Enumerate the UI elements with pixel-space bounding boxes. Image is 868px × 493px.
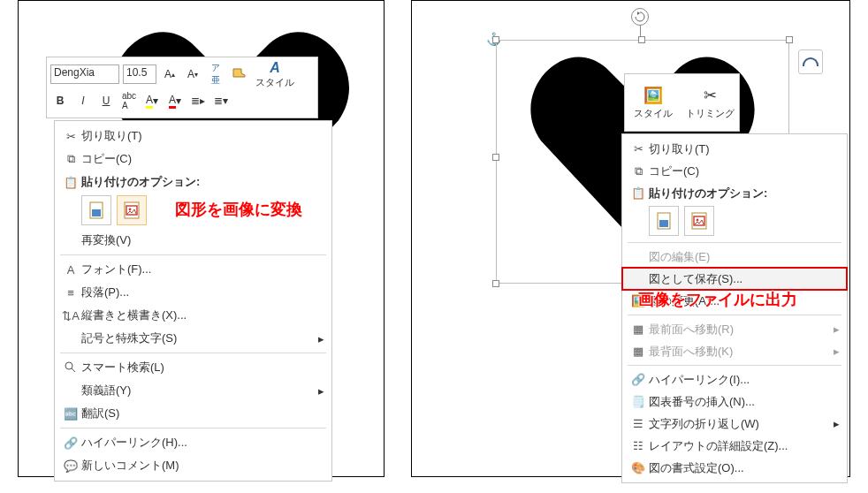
symbol-label: 記号と特殊文字(S) — [81, 330, 318, 346]
layout-dialog-item[interactable]: ☷ レイアウトの詳細設定(Z)... — [622, 435, 847, 457]
font-icon: A — [60, 263, 81, 277]
indent-button[interactable]: ≣▸ — [188, 91, 208, 110]
svg-point-5 — [65, 362, 72, 369]
search-icon — [60, 360, 81, 375]
paste-as-picture-button[interactable] — [117, 195, 147, 225]
cut-item[interactable]: ✂ 切り取り(T) — [55, 125, 331, 148]
edit-picture-label: 図の編集(E) — [649, 249, 840, 265]
right-screenshot: ⚓ 🖼️ スタイル ✂︎ トリミング ✂ 切り取り(T) ⧉ コピー — [411, 0, 850, 477]
format-icon: 🎨 — [628, 461, 649, 474]
resize-handle[interactable] — [492, 154, 499, 161]
paste-options-header: 📋 貼り付けのオプション: — [55, 171, 331, 193]
resize-handle[interactable] — [786, 36, 793, 43]
bring-front-icon: ▦ — [628, 322, 649, 336]
reconvert-label: 再変換(V) — [81, 232, 324, 248]
shrink-font-button[interactable]: A▾ — [183, 64, 202, 84]
mini-toolbar: DengXia 10.5 A▴ A▾ ア亜 A スタイル B I U abcA … — [46, 57, 318, 118]
grow-font-button[interactable]: A▴ — [160, 64, 179, 84]
font-name-input[interactable]: DengXia — [50, 64, 119, 84]
picture-style-label: スタイル — [634, 107, 673, 120]
copy-item[interactable]: ⧉ コピー(C) — [622, 160, 847, 182]
svg-rect-1 — [92, 209, 101, 216]
text-direction-label: 縦書きと横書き(X)... — [81, 307, 324, 323]
copy-icon: ⧉ — [60, 152, 81, 166]
send-back-label: 最背面へ移動(K) — [649, 344, 834, 360]
text-context-menu: ✂ 切り取り(T) ⧉ コピー(C) 📋 貼り付けのオプション: 再変換(V) … — [54, 120, 332, 482]
scissors-icon: ✂ — [628, 142, 649, 155]
link-icon: 🔗 — [60, 436, 81, 450]
font-size-input[interactable]: 10.5 — [123, 64, 156, 84]
copy-icon: ⧉ — [628, 164, 649, 178]
paste-options-row — [622, 204, 847, 239]
resize-handle[interactable] — [492, 280, 499, 287]
paste-keep-source-button[interactable] — [81, 195, 111, 225]
copy-item[interactable]: ⧉ コピー(C) — [55, 148, 331, 171]
format-picture-label: 図の書式設定(O)... — [649, 460, 840, 476]
bring-front-item: ▦ 最前面へ移動(R) ▸ — [622, 318, 847, 340]
smart-lookup-label: スマート検索(L) — [81, 360, 324, 375]
resize-handle[interactable] — [638, 36, 645, 43]
format-picture-item[interactable]: 🎨 図の書式設定(O)... — [622, 457, 847, 479]
reconvert-item[interactable]: 再変換(V) — [55, 229, 331, 252]
paragraph-dialog-item[interactable]: ≡ 段落(P)... — [55, 281, 331, 304]
font-dialog-label: フォント(F)... — [81, 262, 324, 277]
submenu-chevron-icon: ▸ — [318, 332, 324, 345]
submenu-chevron-icon: ▸ — [834, 345, 840, 358]
phonetic-button[interactable]: ア亜 — [206, 64, 225, 84]
ruby-button[interactable]: abcA — [119, 91, 139, 110]
paste-options-header: 📋 貼り付けのオプション: — [622, 182, 847, 204]
rotate-handle[interactable] — [631, 8, 649, 26]
callout-save-image: 画像をファイルに出力 — [638, 289, 797, 310]
cut-label: 切り取り(T) — [81, 128, 324, 144]
paste-options-label: 貼り付けのオプション: — [649, 186, 840, 201]
thesaurus-item[interactable]: 類義語(Y) ▸ — [55, 379, 331, 402]
layout-options-button[interactable] — [798, 49, 823, 74]
paste-icon: 📋 — [628, 186, 649, 200]
thesaurus-label: 類義語(Y) — [81, 383, 318, 398]
hyperlink-item[interactable]: 🔗 ハイパーリンク(I)... — [622, 368, 847, 391]
font-dialog-item[interactable]: A フォント(F)... — [55, 258, 331, 281]
save-as-picture-item[interactable]: 図として保存(S)... — [622, 268, 847, 290]
crop-icon: ✂︎ — [704, 86, 717, 105]
scissors-icon: ✂ — [60, 130, 81, 143]
picture-style-button[interactable]: 🖼️ スタイル — [625, 74, 682, 131]
wrap-icon: ☰ — [628, 417, 649, 430]
font-color-button[interactable]: A▾ — [165, 91, 185, 110]
translate-item[interactable]: 🔤 翻訳(S) — [55, 402, 331, 425]
italic-button[interactable]: I — [73, 91, 93, 110]
submenu-chevron-icon: ▸ — [318, 384, 324, 398]
paste-keep-source-button[interactable] — [649, 206, 679, 236]
bullets-button[interactable]: ≣▾ — [211, 91, 231, 110]
layout-icon: ☷ — [628, 439, 649, 452]
caption-icon: 🗒️ — [628, 395, 649, 408]
symbol-item[interactable]: 記号と特殊文字(S) ▸ — [55, 327, 331, 350]
smart-lookup-item[interactable]: スマート検索(L) — [55, 356, 331, 379]
bold-button[interactable]: B — [50, 91, 70, 110]
text-direction-icon: ⇅A — [60, 309, 81, 322]
copy-label: コピー(C) — [81, 151, 324, 167]
insert-caption-label: 図表番号の挿入(N)... — [649, 394, 840, 410]
underline-button[interactable]: U — [96, 91, 116, 110]
save-as-picture-label: 図として保存(S)... — [649, 271, 840, 287]
hyperlink-label: ハイパーリンク(I)... — [649, 372, 840, 388]
text-wrap-item[interactable]: ☰ 文字列の折り返し(W) ▸ — [622, 413, 847, 435]
paste-icon: 📋 — [60, 176, 81, 189]
text-direction-item[interactable]: ⇅A 縦書きと横書き(X)... — [55, 304, 331, 327]
paragraph-dialog-label: 段落(P)... — [81, 284, 324, 300]
format-painter-button[interactable] — [229, 64, 248, 84]
picture-style-icon: 🖼️ — [643, 86, 663, 105]
highlight-button[interactable]: A▾ — [142, 91, 162, 110]
cut-item[interactable]: ✂ 切り取り(T) — [622, 138, 847, 160]
send-back-item: ▦ 最背面へ移動(K) ▸ — [622, 340, 847, 362]
hyperlink-label: ハイパーリンク(H)... — [81, 435, 324, 451]
crop-button[interactable]: ✂︎ トリミング — [682, 74, 740, 131]
styles-icon[interactable]: A — [270, 60, 280, 76]
svg-point-11 — [697, 219, 699, 222]
new-comment-label: 新しいコメント(M) — [81, 458, 324, 474]
hyperlink-item[interactable]: 🔗 ハイパーリンク(H)... — [55, 431, 331, 454]
new-comment-item[interactable]: 💬 新しいコメント(M) — [55, 454, 331, 477]
insert-caption-item[interactable]: 🗒️ 図表番号の挿入(N)... — [622, 391, 847, 413]
paste-as-picture-button[interactable] — [684, 206, 714, 236]
resize-handle[interactable] — [492, 36, 499, 43]
link-icon: 🔗 — [628, 373, 649, 386]
